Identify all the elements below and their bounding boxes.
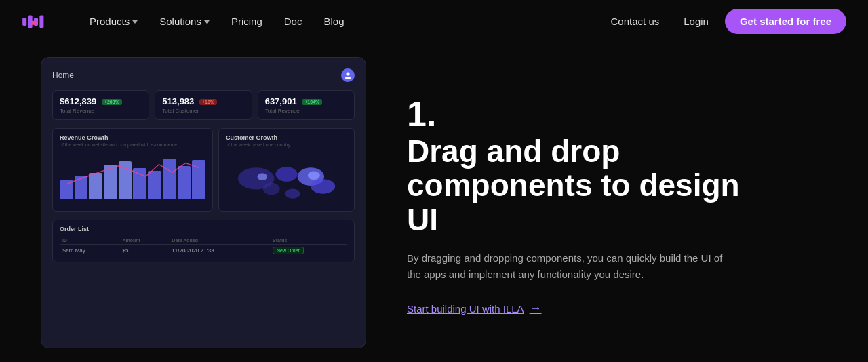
nav-item-pricing[interactable]: Pricing — [223, 10, 271, 33]
bar — [133, 168, 146, 199]
nav-label-login: Login — [684, 16, 709, 27]
col-header-amount: Amount — [119, 237, 169, 245]
svg-rect-3 — [39, 15, 43, 28]
table-header-row: ID Amount Date Added Status — [60, 237, 347, 245]
world-map-svg — [226, 151, 347, 205]
nav-item-blog[interactable]: Blog — [315, 10, 352, 33]
stat-badge-red: +10% — [199, 99, 217, 105]
col-header-id: ID — [60, 237, 119, 245]
svg-point-8 — [275, 167, 297, 181]
svg-rect-4 — [31, 20, 36, 24]
order-list-card: Order List ID Amount Date Added Status S… — [52, 220, 355, 262]
bar — [119, 161, 132, 199]
chevron-down-icon — [132, 20, 138, 24]
nav-left: Products Solutions Pricing Doc Blog — [81, 10, 603, 33]
navbar: Products Solutions Pricing Doc Blog Cont… — [0, 0, 868, 43]
svg-point-10 — [263, 183, 280, 195]
stat-label: Total Revenue — [60, 108, 142, 114]
svg-point-5 — [347, 73, 350, 76]
stat-card-revenue: $612,839 +203% Total Revenue — [52, 90, 149, 120]
svg-point-13 — [308, 172, 320, 180]
nav-label-blog: Blog — [323, 16, 344, 27]
bar — [89, 173, 102, 199]
dash-title: Home — [52, 71, 74, 80]
nav-item-products[interactable]: Products — [81, 10, 146, 33]
nav-label-contact: Contact us — [611, 16, 660, 27]
status-badge: New Order — [273, 247, 304, 254]
nav-label-pricing: Pricing — [231, 16, 262, 27]
bar — [163, 159, 176, 199]
hero-heading: Drag and dropcomponents to designUI — [407, 134, 827, 237]
bar-chart-area — [60, 151, 205, 199]
nav-label-doc: Doc — [284, 16, 302, 27]
nav-item-doc[interactable]: Doc — [276, 10, 311, 33]
bar — [60, 180, 73, 199]
nav-login-button[interactable]: Login — [673, 10, 719, 33]
nav-right: Contact us Login Get started for free — [603, 9, 846, 34]
col-header-status: Status — [270, 237, 347, 245]
stat-badge-green: +203% — [102, 99, 122, 105]
order-table: ID Amount Date Added Status Sam May $5 1… — [60, 237, 347, 256]
svg-point-11 — [311, 179, 335, 193]
stats-row: $612,839 +203% Total Revenue 513,983 +10… — [52, 90, 355, 120]
cell-status: New Order — [270, 245, 347, 257]
arrow-right-icon: → — [530, 302, 542, 316]
table-row: Sam May $5 11/20/2020 21:33 New Order — [60, 245, 347, 257]
logo[interactable] — [22, 11, 54, 33]
nav-item-solutions[interactable]: Solutions — [151, 10, 218, 33]
bar — [192, 160, 205, 199]
nav-label-products: Products — [90, 16, 130, 27]
stat-value: 637,901 +104% — [265, 96, 347, 106]
svg-point-6 — [345, 77, 351, 79]
charts-row: Revenue Growth of the week on website an… — [52, 128, 355, 212]
svg-rect-0 — [22, 18, 26, 26]
bar — [75, 176, 88, 199]
main-content: Home $612,839 +203% Total Revenue 513,98… — [0, 43, 868, 362]
order-title: Order List — [60, 226, 347, 233]
chart-sub: of the week on website and compared with… — [60, 142, 205, 147]
stat-card-revenue2: 637,901 +104% Total Revenue — [258, 90, 355, 120]
chevron-down-icon — [204, 20, 210, 24]
bar — [178, 166, 191, 199]
revenue-growth-chart: Revenue Growth of the week on website an… — [52, 128, 213, 212]
svg-point-12 — [285, 189, 300, 199]
avatar — [341, 68, 355, 82]
stat-value: 513,983 +10% — [162, 96, 244, 106]
hero-number: 1. — [407, 96, 827, 132]
hero-cta-link[interactable]: Start building UI with ILLA → — [407, 302, 827, 316]
cell-date: 11/20/2020 21:33 — [169, 245, 270, 257]
nav-cta-button[interactable]: Get started for free — [725, 9, 846, 34]
stat-badge-green2: +104% — [302, 99, 322, 105]
col-header-date: Date Added — [169, 237, 270, 245]
cell-id: Sam May — [60, 245, 119, 257]
chart-title: Customer Growth — [226, 134, 347, 141]
stat-card-customer: 513,983 +10% Total Customer — [155, 90, 252, 120]
chart-title: Revenue Growth — [60, 134, 205, 141]
dashboard-preview: Home $612,839 +203% Total Revenue 513,98… — [41, 57, 366, 348]
hero-description: By dragging and dropping components, you… — [407, 250, 732, 283]
hero-text: 1. Drag and dropcomponents to designUI B… — [407, 57, 827, 348]
stat-label: Total Customer — [162, 108, 244, 114]
dash-header: Home — [52, 68, 355, 82]
cell-amount: $5 — [119, 245, 169, 257]
bar — [104, 165, 117, 199]
nav-item-contact[interactable]: Contact us — [603, 10, 668, 33]
customer-growth-chart: Customer Growth of the week based one co… — [218, 128, 355, 212]
stat-label: Total Revenue — [265, 108, 347, 114]
bar — [148, 171, 161, 199]
svg-point-14 — [257, 173, 267, 180]
map-area — [226, 151, 347, 205]
chart-sub: of the week based one country — [226, 142, 347, 147]
nav-label-solutions: Solutions — [159, 16, 201, 27]
stat-value: $612,839 +203% — [60, 96, 142, 106]
hero-cta-label: Start building UI with ILLA — [407, 303, 524, 315]
